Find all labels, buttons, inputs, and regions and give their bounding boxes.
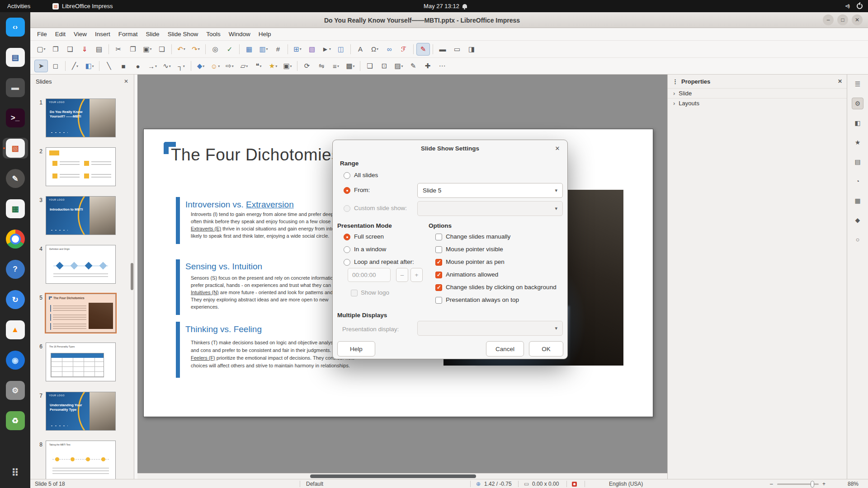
all-slides-radio[interactable] bbox=[344, 172, 350, 179]
properties-close-icon[interactable]: ✕ bbox=[838, 78, 842, 84]
dock-vlc[interactable]: ▲ bbox=[3, 319, 28, 340]
insert-textbox-icon[interactable]: A bbox=[354, 43, 367, 56]
connectors-icon[interactable]: ┐ bbox=[175, 60, 188, 72]
cut-icon[interactable]: ✂ bbox=[112, 43, 125, 56]
show-logo-checkbox[interactable] bbox=[351, 290, 358, 296]
document-modified-indicator[interactable] bbox=[572, 479, 577, 488]
open-file-icon[interactable]: ❒ bbox=[49, 43, 62, 56]
zoom-out-button[interactable]: – bbox=[770, 479, 773, 488]
menu-slide-show[interactable]: Slide Show bbox=[164, 28, 203, 40]
cancel-button[interactable]: Cancel bbox=[486, 341, 524, 357]
dock-show-applications[interactable]: ⠿ bbox=[3, 463, 28, 483]
ellipse-icon[interactable]: ● bbox=[131, 60, 145, 72]
change-slides-by-clicking-label[interactable]: Change slides by clicking on background bbox=[446, 284, 557, 291]
horizontal-scrollbar-thumb[interactable] bbox=[310, 474, 476, 478]
tab-gallery-icon[interactable]: ▦ bbox=[852, 195, 863, 206]
in-a-window-label[interactable]: In a window bbox=[354, 246, 386, 253]
dialog-titlebar[interactable]: Slide Show Settings bbox=[333, 140, 567, 156]
presentation-always-on-top-label[interactable]: Presentation always on top bbox=[446, 296, 519, 303]
full-screen-radio[interactable] bbox=[344, 234, 350, 240]
flowchart-shapes-icon[interactable]: ▱ bbox=[237, 60, 251, 72]
sidebar-settings-icon[interactable]: ☰ bbox=[852, 78, 863, 90]
maximize-button[interactable]: □ bbox=[837, 14, 848, 25]
snap-guides-icon[interactable]: # bbox=[271, 43, 285, 56]
export-pdf-icon[interactable]: ⇓ bbox=[78, 43, 91, 56]
dock-vscode[interactable]: ‹› bbox=[3, 17, 28, 38]
line-color-icon[interactable]: ╱ bbox=[68, 60, 82, 72]
tab-master-slides-icon[interactable]: ▤ bbox=[852, 156, 863, 168]
window-titlebar[interactable]: Do You Really Know Yourself——MBTI.pptx -… bbox=[30, 12, 868, 28]
focused-app-menu[interactable]: ▧ LibreOffice Impress bbox=[49, 0, 116, 12]
fill-color-icon[interactable]: ◧ bbox=[83, 60, 96, 72]
menu-insert[interactable]: Insert bbox=[91, 28, 114, 40]
menu-help[interactable]: Help bbox=[255, 28, 275, 40]
zoom-slider-thumb[interactable] bbox=[811, 481, 814, 488]
full-screen-label[interactable]: Full screen bbox=[354, 233, 384, 240]
dock-software-updater[interactable]: ↻ bbox=[3, 289, 28, 310]
text-language[interactable]: English (USA) bbox=[609, 479, 643, 488]
display-views-icon[interactable]: ▥ bbox=[257, 43, 270, 56]
dock-gimp[interactable]: ✎ bbox=[3, 168, 28, 189]
from-radio[interactable] bbox=[344, 187, 350, 194]
all-slides-label[interactable]: All slides bbox=[354, 172, 378, 178]
rotate-icon[interactable]: ⟳ bbox=[300, 60, 314, 72]
dock-terminal[interactable]: >_ bbox=[3, 108, 28, 128]
volume-indicator[interactable]: ⊲) bbox=[841, 0, 853, 12]
properties-section-layouts[interactable]: › Layouts bbox=[668, 98, 847, 108]
rectangle-icon[interactable]: ■ bbox=[117, 60, 130, 72]
slide-thumbnail-1[interactable]: YOUR LOGO Do You Really Know Yourself? —… bbox=[46, 99, 116, 137]
animations-allowed-checkbox[interactable] bbox=[435, 272, 442, 278]
clock-menu[interactable]: May 27 13:12 bbox=[409, 0, 481, 12]
dock-libreoffice-impress[interactable]: ▧ bbox=[3, 138, 28, 159]
align-objects-icon[interactable]: ≡ bbox=[329, 60, 343, 72]
animations-allowed-label[interactable]: Animations allowed bbox=[446, 271, 498, 278]
ok-button[interactable]: OK bbox=[529, 341, 563, 357]
presentation-always-on-top-checkbox[interactable] bbox=[435, 297, 442, 304]
dock-libreoffice-calc[interactable]: ▦ bbox=[3, 198, 28, 219]
zoom-percent[interactable]: 88% bbox=[848, 479, 859, 488]
dialog-close-button[interactable]: ✕ bbox=[553, 144, 561, 152]
edit-points-icon[interactable]: ✎ bbox=[406, 60, 420, 72]
menu-window[interactable]: Window bbox=[225, 28, 255, 40]
curve-polygon-icon[interactable]: ∿ bbox=[160, 60, 174, 72]
master-slide-name[interactable]: Default bbox=[306, 479, 323, 488]
dock-settings[interactable]: ⚙ bbox=[3, 380, 28, 401]
insert-special-character-icon[interactable]: Ω bbox=[368, 43, 382, 56]
distribute-icon[interactable]: ⋯ bbox=[435, 60, 449, 72]
custom-slide-show-radio[interactable] bbox=[344, 205, 350, 212]
mouse-pointer-visible-checkbox[interactable] bbox=[435, 246, 442, 253]
basic-shapes-icon[interactable]: ◆ bbox=[194, 60, 208, 72]
dock-libreoffice-writer[interactable]: ▤ bbox=[3, 47, 28, 68]
menu-view[interactable]: View bbox=[70, 28, 91, 40]
duration-increase-button[interactable]: + bbox=[410, 268, 423, 282]
dock-chrome[interactable] bbox=[3, 229, 28, 249]
tab-shapes-icon[interactable]: ○ bbox=[852, 234, 863, 245]
menu-file[interactable]: File bbox=[33, 28, 51, 40]
flip-icon[interactable]: ⇋ bbox=[315, 60, 328, 72]
image-filter-icon[interactable]: ▨ bbox=[392, 60, 406, 72]
tab-animation-icon[interactable]: ★ bbox=[852, 136, 863, 148]
duration-decrease-button[interactable]: – bbox=[396, 268, 408, 282]
slide-properties-icon[interactable]: ▭ bbox=[450, 43, 464, 56]
dock-browser[interactable]: ◉ bbox=[3, 350, 28, 371]
slide-thumbnail-4[interactable]: Definition and Origin bbox=[46, 245, 116, 284]
change-slides-manually-checkbox[interactable] bbox=[435, 234, 442, 240]
shadow-icon[interactable]: ❏ bbox=[363, 60, 377, 72]
callout-shapes-icon[interactable]: ❝ bbox=[252, 60, 265, 72]
slide-thumbnail-3[interactable]: YOUR LOGO Introduction to MBTI bbox=[46, 196, 116, 235]
slides-panel-scrollbar-thumb[interactable] bbox=[131, 263, 133, 290]
print-icon[interactable]: ▤ bbox=[92, 43, 106, 56]
insert-table-icon[interactable]: ⊞ bbox=[291, 43, 304, 56]
dock-recycle[interactable]: ♻ bbox=[3, 410, 28, 431]
crop-icon[interactable]: ⊡ bbox=[377, 60, 391, 72]
mouse-pointer-as-pen-checkbox[interactable] bbox=[435, 259, 442, 266]
menu-edit[interactable]: Edit bbox=[51, 28, 70, 40]
minimize-button[interactable]: – bbox=[823, 14, 834, 25]
find-replace-icon[interactable]: ◎ bbox=[208, 43, 222, 56]
menu-tools[interactable]: Tools bbox=[202, 28, 225, 40]
display-grid-icon[interactable]: ▦ bbox=[242, 43, 256, 56]
loop-repeat-label[interactable]: Loop and repeat after: bbox=[354, 258, 414, 265]
tab-properties-icon[interactable]: ⚙ bbox=[852, 98, 863, 109]
star-shapes-icon[interactable]: ★ bbox=[266, 60, 280, 72]
slides-panel-close-icon[interactable]: ✕ bbox=[124, 78, 128, 84]
